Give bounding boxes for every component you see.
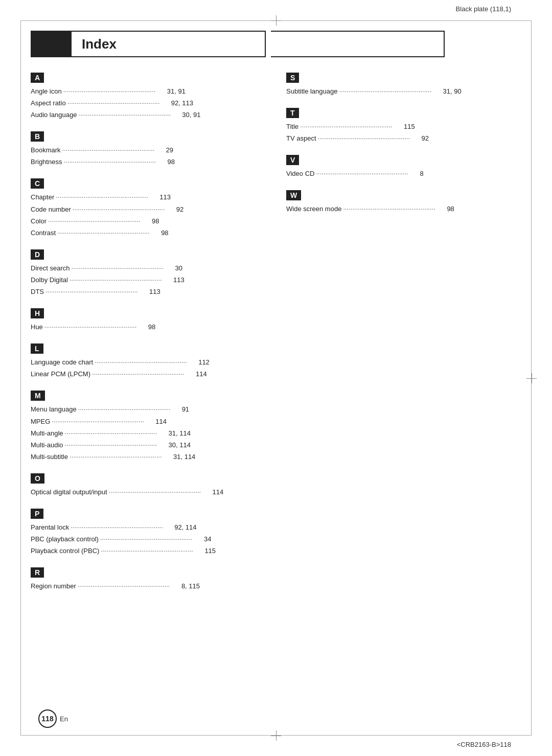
left-column: AAngle icon ............................… [31,73,266,603]
entry-name: Dolby Digital [31,274,68,286]
entry-name: Language code chart [31,357,93,368]
section-header-m: M [31,391,45,401]
entry-page: 30 [175,263,182,274]
page-title: Index [82,36,117,52]
list-item: Audio language .........................… [31,109,266,121]
list-item: TV aspect ..............................… [286,133,521,145]
section-entries-b: Bookmark ...............................… [31,145,266,168]
entry-page: 92, 113 [171,98,193,109]
section-s: SSubtitle language .....................… [286,73,521,98]
entry-page: 114 [196,369,207,380]
title-right-box [271,31,445,57]
main-content: Index AAngle icon ......................… [31,31,521,725]
entry-name: Optical digital output/input [31,487,107,498]
entry-name: Aspect ratio [31,98,66,109]
entry-dots: ........................................… [48,214,150,226]
entry-page: 92, 114 [174,522,196,533]
section-t: TTitle .................................… [286,108,521,145]
entry-name: Direct search [31,263,70,274]
section-header-s: S [286,73,299,83]
entry-name: Hue [31,322,43,333]
entry-page: 31, 114 [169,428,191,439]
right-column: SSubtitle language .....................… [286,73,521,603]
entry-dots: ........................................… [65,438,167,450]
entry-dots: ........................................… [52,415,154,426]
entry-page: 92 [176,204,183,215]
section-v: VVideo CD ..............................… [286,155,521,180]
section-header-d: D [31,249,44,260]
section-entries-v: Video CD ...............................… [286,168,521,180]
entry-name: Menu language [31,404,77,415]
section-entries-o: Optical digital output/input ...........… [31,487,266,498]
entry-page: 114 [213,487,224,498]
section-entries-t: Title ..................................… [286,121,521,145]
list-item: Multi-subtitle .........................… [31,451,266,463]
page-header: Black plate (118,1) [456,5,511,13]
entry-dots: ........................................… [92,367,194,379]
entry-name: Audio language [31,109,77,121]
left-border [20,20,21,736]
section-entries-d: Direct search ..........................… [31,263,266,298]
entry-dots: ........................................… [339,84,441,96]
entry-page: 31, 114 [173,451,195,463]
entry-page: 115 [404,121,415,132]
list-item: Subtitle language ......................… [286,86,521,98]
page: Black plate (118,1) <CRB2163-B>118 118 E… [0,0,552,756]
entry-page: 31, 90 [443,86,461,97]
section-a: AAngle icon ............................… [31,73,266,121]
section-header-r: R [31,567,44,578]
section-entries-c: Chapter ................................… [31,192,266,239]
entry-name: Bookmark [31,145,61,156]
section-entries-m: Menu language ..........................… [31,404,266,463]
entry-name: Subtitle language [286,86,337,97]
entry-name: PBC (playback control) [31,534,99,545]
title-box: Index [72,31,266,57]
entry-dots: ........................................… [62,143,165,155]
entry-name: Angle icon [31,86,62,97]
entry-dots: ........................................… [78,579,180,591]
entry-page: 92 [422,133,429,144]
entry-dots: ........................................… [109,485,211,497]
crosshair-top [271,15,281,26]
entry-dots: ........................................… [316,167,418,178]
entry-page: 31, 91 [167,86,186,97]
list-item: Hue ....................................… [31,322,266,333]
entry-name: Region number [31,581,76,592]
entry-page: 98 [447,203,454,215]
entry-dots: ........................................… [70,273,172,285]
entry-page: 8 [420,168,423,179]
entry-dots: ........................................… [101,544,203,556]
entry-dots: ........................................… [78,402,180,414]
entry-name: Multi-angle [31,428,63,439]
page-footer: <CRB2163-B>118 [457,741,511,748]
section-header-p: P [31,509,43,519]
entry-page: 30, 114 [169,440,191,451]
entry-dots: ........................................… [44,320,147,332]
list-item: DTS ....................................… [31,286,266,298]
footer-text: <CRB2163-B>118 [457,741,511,748]
entry-dots: ........................................… [63,155,166,167]
entry-name: Wide screen mode [286,203,341,215]
entry-dots: ........................................… [343,202,445,214]
entry-name: DTS [31,286,44,297]
title-row: Index [31,31,521,57]
list-item: Brightness .............................… [31,156,266,168]
header-text: Black plate (118,1) [456,5,511,13]
section-r: RRegion number .........................… [31,567,266,592]
entry-name: Multi-subtitle [31,451,68,463]
entry-page: 98 [167,156,174,168]
list-item: Contrast ...............................… [31,227,266,239]
entry-dots: ........................................… [300,120,402,131]
section-entries-p: Parental lock ..........................… [31,522,266,557]
entry-page: 8, 115 [181,581,200,592]
entry-dots: ........................................… [56,190,158,202]
section-m: MMenu language .........................… [31,391,266,463]
entry-page: 98 [161,227,168,239]
crosshair-bottom [271,730,281,741]
section-entries-r: Region number ..........................… [31,581,266,592]
entry-dots: ........................................… [45,285,148,296]
section-p: PParental lock .........................… [31,509,266,557]
entry-dots: ........................................… [63,84,166,96]
section-entries-s: Subtitle language ......................… [286,86,521,98]
section-entries-h: Hue ....................................… [31,322,266,333]
